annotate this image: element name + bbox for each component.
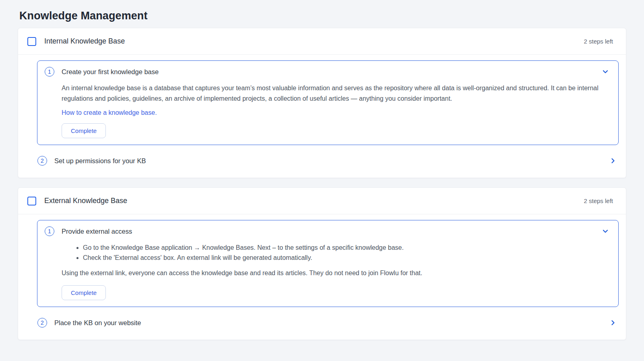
step-number-badge: 2 bbox=[37, 318, 47, 328]
step-header[interactable]: 1 Create your first knowledge base bbox=[45, 67, 609, 77]
page-title: Knowledge Management bbox=[19, 10, 626, 22]
step-description: Using the external link, everyone can ac… bbox=[62, 268, 609, 278]
card-title: Internal Knowledge Base bbox=[44, 37, 125, 46]
steps-left-badge: 2 steps left bbox=[584, 38, 613, 45]
step-content: An internal knowledge base is a database… bbox=[62, 83, 609, 138]
card-title: External Knowledge Base bbox=[44, 197, 127, 205]
card-external-knowledge-base: External Knowledge Base 2 steps left 1 P… bbox=[18, 187, 626, 340]
card-body: 1 Create your first knowledge base An in… bbox=[18, 55, 626, 178]
external-kb-checkbox[interactable] bbox=[27, 197, 36, 205]
chevron-right-icon[interactable] bbox=[610, 320, 616, 326]
card-header: Internal Knowledge Base 2 steps left bbox=[18, 28, 626, 55]
chevron-right-icon[interactable] bbox=[610, 158, 616, 164]
step-title: Set up permissions for your KB bbox=[54, 157, 146, 165]
instructions-list: Go to the Knowledge Base application → K… bbox=[62, 243, 609, 263]
step-provide-external-access: 1 Provide external access Go to the Know… bbox=[37, 220, 619, 307]
card-header: External Knowledge Base 2 steps left bbox=[18, 188, 626, 214]
knowledge-management-page: Knowledge Management Internal Knowledge … bbox=[0, 0, 644, 340]
card-body: 1 Provide external access Go to the Know… bbox=[18, 214, 626, 340]
instruction-item: Go to the Knowledge Base application → K… bbox=[83, 243, 609, 253]
internal-kb-checkbox[interactable] bbox=[27, 37, 36, 46]
chevron-down-icon[interactable] bbox=[602, 228, 609, 234]
step-set-up-permissions[interactable]: 2 Set up permissions for your KB bbox=[37, 152, 619, 170]
step-description: An internal knowledge base is a database… bbox=[62, 83, 609, 104]
step-link-row: How to create a knowledge base. bbox=[62, 109, 609, 116]
card-internal-knowledge-base: Internal Knowledge Base 2 steps left 1 C… bbox=[18, 28, 626, 178]
complete-button[interactable]: Complete bbox=[62, 123, 106, 138]
step-title: Provide external access bbox=[62, 228, 132, 235]
step-create-first-kb: 1 Create your first knowledge base An in… bbox=[37, 60, 619, 145]
steps-left-badge: 2 steps left bbox=[584, 197, 613, 204]
step-number-badge: 1 bbox=[45, 226, 54, 236]
step-place-kb-on-website[interactable]: 2 Place the KB on your website bbox=[37, 314, 619, 332]
chevron-down-icon[interactable] bbox=[602, 68, 609, 75]
step-title: Place the KB on your website bbox=[54, 319, 141, 327]
step-content: Go to the Knowledge Base application → K… bbox=[62, 243, 609, 300]
how-to-create-kb-link[interactable]: How to create a knowledge base. bbox=[62, 109, 157, 116]
step-title: Create your first knowledge base bbox=[62, 68, 159, 76]
complete-button[interactable]: Complete bbox=[62, 285, 106, 300]
step-header[interactable]: 1 Provide external access bbox=[45, 226, 609, 236]
instruction-item: Check the 'External access' box. An exte… bbox=[83, 253, 609, 263]
step-number-badge: 1 bbox=[45, 67, 54, 77]
step-number-badge: 2 bbox=[37, 156, 47, 166]
